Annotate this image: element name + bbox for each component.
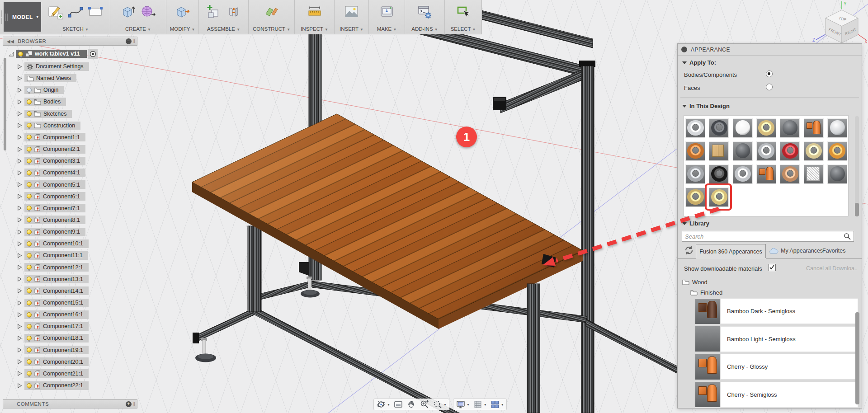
toolbar-group-create[interactable]: CREATE ▼ (110, 0, 166, 34)
browser-header[interactable]: ◀◀ BROWSER − ‖ (3, 37, 137, 46)
visibility-bulb-icon[interactable] (27, 88, 32, 93)
toolbar-group-inspect[interactable]: INSPECT ▼ (294, 0, 334, 34)
display-settings-icon[interactable]: ▼ (456, 399, 470, 409)
material-cherry-semigloss[interactable]: Cherry - Semigloss (695, 382, 858, 408)
browser-item-component-10[interactable]: Component10:1 (24, 239, 89, 248)
scripts-addins-icon[interactable] (417, 4, 433, 20)
browser-row[interactable]: Component20:1 (17, 357, 89, 367)
apply-to-section-header[interactable]: Apply To: (682, 59, 716, 66)
browser-item-sketches[interactable]: Sketches (24, 110, 72, 118)
toolbar-group-make[interactable]: MAKE ▼ (368, 0, 405, 34)
select-cursor-icon[interactable] (455, 4, 472, 20)
material-list-scrollbar[interactable] (855, 312, 859, 404)
visibility-bulb-icon[interactable] (27, 383, 32, 388)
browser-item-construction[interactable]: Construction (24, 122, 80, 130)
orbit-icon[interactable]: ▼ (376, 399, 390, 409)
swatch-steel-torus[interactable] (685, 118, 705, 138)
visibility-bulb-icon[interactable] (27, 217, 32, 222)
visibility-bulb-icon[interactable] (27, 241, 32, 246)
browser-row[interactable]: Component14:1 (17, 286, 89, 296)
create-box-icon[interactable] (120, 4, 137, 20)
swatch-orange-wood-torus[interactable] (685, 141, 705, 161)
swatch-sand-torus[interactable] (804, 141, 824, 161)
browser-row[interactable]: Component19:1 (17, 345, 89, 355)
browser-item-component-3[interactable]: Component3:1 (24, 157, 85, 165)
comments-header[interactable]: COMMENTS + ‖ (3, 399, 137, 408)
visibility-bulb-icon[interactable] (27, 123, 32, 128)
visibility-bulb-icon[interactable] (18, 52, 23, 56)
browser-row[interactable]: Component13:1 (17, 274, 89, 284)
browser-item-component-11[interactable]: Component11:1 (24, 251, 88, 260)
swatch-cherry-wood-furniture[interactable] (804, 118, 824, 138)
browser-item-named-views[interactable]: Named Views (24, 74, 76, 82)
browser-row[interactable]: Component8:1 (17, 215, 85, 225)
workspace-selector[interactable]: MODEL ▼ (4, 2, 41, 32)
browser-item-component-18[interactable]: Component18:1 (24, 334, 89, 343)
browser-root-row[interactable]: work tablev1 v11 (8, 49, 98, 59)
material-bamboo-dark-semigloss[interactable]: Bamboo Dark - Semigloss (695, 298, 858, 324)
visibility-bulb-icon[interactable] (27, 324, 32, 329)
browser-item-component-8[interactable]: Component8:1 (24, 216, 85, 224)
visibility-bulb-icon[interactable] (27, 170, 32, 175)
activate-component-radio[interactable] (88, 49, 98, 59)
measure-icon[interactable] (307, 4, 323, 20)
swatch-scrollbar[interactable] (855, 116, 859, 216)
browser-row[interactable]: Component15:1 (17, 298, 89, 308)
library-search-input[interactable]: Search (682, 231, 854, 242)
tab-fusion-appearances[interactable]: Fusion 360 Appearances (696, 244, 766, 258)
construction-plane-icon[interactable] (264, 4, 280, 20)
browser-row[interactable]: Sketches (17, 109, 72, 119)
browser-row[interactable]: Component3:1 (17, 156, 85, 166)
browser-item-origin[interactable]: Origin (24, 86, 64, 94)
browser-row[interactable]: Component2:1 (17, 144, 85, 154)
browser-row[interactable]: Named Views (17, 73, 76, 83)
visibility-bulb-icon[interactable] (27, 206, 32, 211)
swatch-charcoal-torus[interactable] (709, 118, 729, 138)
browser-row[interactable]: Component1:1 (17, 132, 85, 142)
grid-settings-icon[interactable]: ▼ (473, 399, 487, 409)
spline-icon[interactable] (67, 4, 84, 20)
browser-row[interactable]: Component7:1 (17, 203, 85, 213)
swatch-black-torus[interactable] (709, 164, 729, 184)
browser-scrollbar[interactable] (4, 58, 6, 150)
browser-item-component-12[interactable]: Component12:1 (24, 263, 89, 272)
library-folder-finished[interactable]: Finished (690, 289, 722, 296)
browser-item-component-16[interactable]: Component16:1 (24, 310, 89, 319)
visibility-bulb-icon[interactable] (27, 336, 32, 341)
browser-collapse-icon[interactable]: − (126, 38, 132, 44)
press-pull-icon[interactable] (175, 4, 191, 20)
joint-icon[interactable] (226, 4, 242, 20)
add-comment-icon[interactable]: + (126, 401, 132, 407)
browser-item-component-21[interactable]: Component21:1 (24, 369, 89, 378)
apply-to-bodies-radio[interactable] (766, 70, 773, 77)
browser-item-component-19[interactable]: Component19:1 (24, 346, 89, 354)
look-at-icon[interactable] (393, 399, 403, 409)
toolbar-drag-handle[interactable] (0, 0, 4, 34)
cancel-downloads-link[interactable]: Cancel all Downloa... (806, 265, 858, 272)
browser-row[interactable]: Component4:1 (17, 168, 85, 178)
search-icon[interactable] (844, 233, 851, 240)
visibility-bulb-icon[interactable] (27, 135, 32, 140)
visibility-bulb-icon[interactable] (27, 288, 32, 293)
visibility-bulb-icon[interactable] (27, 159, 32, 164)
toolbar-group-sketch[interactable]: SKETCH ▼ (41, 0, 110, 34)
create-sketch-icon[interactable] (47, 4, 64, 20)
appearance-dialog-header[interactable]: − APPEARANCE (678, 44, 862, 56)
pan-icon[interactable] (406, 399, 416, 409)
browser-row[interactable]: Component6:1 (17, 192, 85, 202)
viewports-icon[interactable]: ▼ (490, 399, 504, 409)
browser-row[interactable]: Component11:1 (17, 250, 88, 260)
browser-row[interactable]: Component9:1 (17, 227, 85, 237)
material-cherry-glossy[interactable]: Cherry - Glossy (695, 354, 858, 380)
swatch-cherry-wood-furniture-2[interactable] (756, 164, 776, 184)
material-bamboo-light-semigloss[interactable]: Bamboo Light - Semigloss (695, 326, 858, 352)
swatch-white-mesh[interactable] (804, 164, 824, 184)
in-this-design-section-header[interactable]: In This Design (682, 103, 730, 109)
visibility-bulb-icon[interactable] (27, 230, 32, 235)
sketch-rectangle-icon[interactable] (87, 4, 104, 20)
browser-row[interactable]: Document Settings (17, 61, 89, 71)
insert-image-icon[interactable] (344, 4, 360, 20)
browser-row[interactable]: Origin (17, 85, 64, 95)
library-folder-wood[interactable]: Wood (682, 279, 708, 286)
collapse-all-icon[interactable] (8, 51, 14, 57)
